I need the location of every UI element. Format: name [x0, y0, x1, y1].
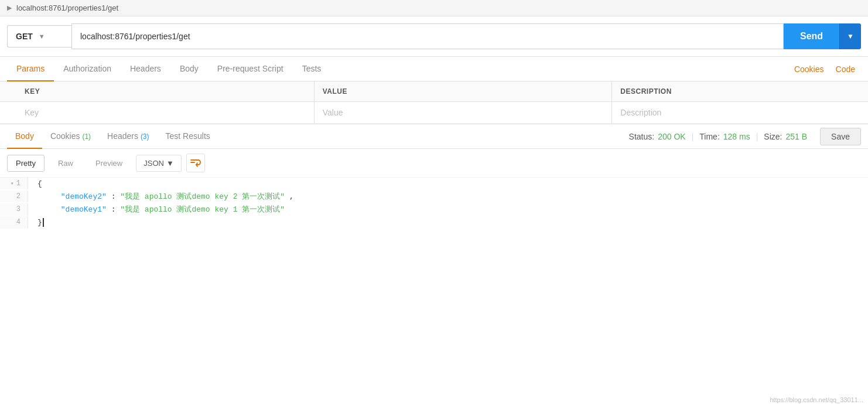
- tab-cookies-right[interactable]: Cookies: [788, 57, 830, 81]
- response-tab-body[interactable]: Body: [7, 124, 42, 149]
- status-value: 200 OK: [658, 132, 685, 141]
- col-description: DESCRIPTION: [612, 81, 868, 102]
- code-line-1: ▾ 1 {: [0, 178, 868, 191]
- response-section: Body Cookies (1) Headers (3) Test Result…: [0, 124, 868, 229]
- size-value: 251 B: [785, 132, 807, 141]
- preview-button[interactable]: Preview: [87, 155, 131, 172]
- fold-arrow-1: ▾: [11, 179, 14, 189]
- format-chevron-icon: ▼: [166, 159, 174, 168]
- response-tab-headers[interactable]: Headers (3): [99, 124, 157, 149]
- size-label: Size:: [764, 132, 782, 141]
- response-tab-cookies[interactable]: Cookies (1): [42, 124, 99, 149]
- breadcrumb-bar: ▶ localhost:8761/properties1/get: [0, 0, 868, 16]
- row-checkbox-cell: [0, 102, 16, 124]
- send-btn-group: Send ▼: [784, 23, 861, 49]
- description-input-cell[interactable]: Description: [612, 102, 868, 124]
- url-input[interactable]: [71, 23, 784, 49]
- response-tab-test-results[interactable]: Test Results: [158, 124, 218, 149]
- headers-badge: (3): [141, 132, 149, 141]
- format-label: JSON: [143, 159, 164, 168]
- time-value: 128 ms: [723, 132, 750, 141]
- tab-params[interactable]: Params: [7, 57, 54, 81]
- status-label: Status:: [629, 132, 655, 141]
- line-number-4: 4: [0, 216, 28, 228]
- breadcrumb-url: localhost:8761/properties1/get: [16, 4, 118, 12]
- cookies-badge: (1): [82, 132, 91, 141]
- tab-code-right[interactable]: Code: [830, 57, 861, 81]
- format-select[interactable]: JSON ▼: [136, 155, 182, 172]
- code-line-2: 2 "demoKey2" : "我是 apollo 测试demo key 2 第…: [0, 191, 868, 203]
- tab-headers[interactable]: Headers: [121, 57, 170, 81]
- send-button[interactable]: Send: [784, 23, 839, 49]
- tab-authorization[interactable]: Authorization: [54, 57, 121, 81]
- tab-pre-request-script[interactable]: Pre-request Script: [208, 57, 293, 81]
- method-chevron-icon: ▼: [39, 33, 45, 40]
- tab-tests[interactable]: Tests: [293, 57, 331, 81]
- method-select[interactable]: GET ▼: [7, 25, 71, 47]
- pretty-button[interactable]: Pretty: [7, 155, 45, 172]
- send-dropdown-icon: ▼: [847, 32, 854, 40]
- response-tabs-bar: Body Cookies (1) Headers (3) Test Result…: [0, 124, 868, 149]
- time-label: Time:: [699, 132, 719, 141]
- line-number-1: ▾ 1: [0, 178, 28, 189]
- key-input-cell[interactable]: Key: [16, 102, 314, 124]
- format-bar: Pretty Raw Preview JSON ▼: [0, 149, 868, 178]
- line-number-2: 2: [0, 191, 28, 202]
- code-content-4: }: [28, 216, 868, 229]
- save-button[interactable]: Save: [820, 128, 861, 145]
- url-bar: GET ▼ Send ▼: [0, 16, 868, 57]
- value-placeholder: Value: [323, 108, 343, 117]
- col-checkbox: [0, 81, 16, 102]
- code-content-1: {: [28, 178, 868, 191]
- description-placeholder: Description: [620, 108, 661, 117]
- key-placeholder: Key: [25, 108, 39, 117]
- code-area: ▾ 1 { 2 "demoKey2" : "我是 apollo 测试demo k…: [0, 178, 868, 229]
- breadcrumb-arrow: ▶: [7, 4, 12, 12]
- params-table: KEY VALUE DESCRIPTION Key Value Descript…: [0, 81, 868, 124]
- col-value: VALUE: [314, 81, 612, 102]
- wrap-icon: [190, 157, 201, 169]
- method-label: GET: [16, 32, 33, 41]
- wrap-button[interactable]: [186, 154, 205, 172]
- raw-button[interactable]: Raw: [49, 155, 82, 172]
- response-meta: Status: 200 OK | Time: 128 ms | Size: 25…: [629, 128, 861, 145]
- code-line-4: 4 }: [0, 216, 868, 229]
- line-number-3: 3: [0, 203, 28, 215]
- col-key: KEY: [16, 81, 314, 102]
- send-dropdown-button[interactable]: ▼: [839, 23, 861, 49]
- code-line-3: 3 "demoKey1" : "我是 apollo 测试demo key 1 第…: [0, 203, 868, 216]
- tab-body[interactable]: Body: [170, 57, 208, 81]
- code-content-2: "demoKey2" : "我是 apollo 测试demo key 2 第一次…: [28, 191, 868, 203]
- table-row: Key Value Description: [0, 102, 868, 124]
- code-content-3: "demoKey1" : "我是 apollo 测试demo key 1 第一次…: [28, 203, 868, 216]
- request-tabs: Params Authorization Headers Body Pre-re…: [0, 57, 868, 81]
- value-input-cell[interactable]: Value: [314, 102, 612, 124]
